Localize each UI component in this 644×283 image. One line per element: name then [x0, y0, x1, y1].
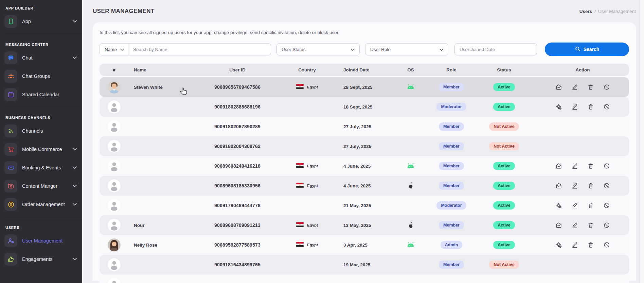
delete-icon[interactable]: [587, 242, 594, 248]
edit-icon[interactable]: [571, 103, 578, 110]
user-role: Moderator: [431, 103, 472, 111]
table-row[interactable]: Nelly Rose90089592877589573Egypt3 Apr, 2…: [100, 235, 629, 255]
user-id: 90091802067890289: [203, 124, 271, 129]
delete-icon[interactable]: [587, 163, 594, 169]
delete-icon[interactable]: [587, 222, 594, 229]
sidebar-item-label: Chat: [22, 55, 33, 61]
block-icon[interactable]: [603, 242, 610, 248]
status-badge: Active: [493, 162, 515, 170]
delete-icon[interactable]: [587, 84, 594, 90]
settings-icon[interactable]: [555, 242, 562, 248]
user-role: Member: [431, 142, 472, 150]
block-icon[interactable]: [603, 84, 610, 90]
mail-icon[interactable]: [555, 222, 562, 229]
row-actions: [536, 103, 629, 110]
chevron-down-icon: [73, 258, 77, 261]
status-badge: Not Active: [489, 122, 519, 131]
block-icon[interactable]: [603, 163, 610, 169]
role-badge: Member: [439, 83, 464, 91]
user-role: Member: [431, 162, 472, 170]
delete-icon[interactable]: [587, 103, 594, 110]
joined-date: 19 Mar, 2025: [343, 262, 390, 267]
user-status: Active: [472, 221, 536, 229]
user-country: Egypt: [271, 163, 343, 169]
sidebar-item-channels[interactable]: Channels: [0, 122, 82, 140]
user-status: Active: [472, 182, 536, 190]
block-icon[interactable]: [603, 222, 610, 229]
mail-icon[interactable]: [555, 163, 562, 169]
status-badge: Active: [493, 201, 515, 210]
sidebar-item-content-manger[interactable]: Content Manger: [0, 177, 82, 195]
status-badge: Not Active: [489, 261, 519, 269]
chat-groups-icon: [4, 70, 17, 83]
joined-date-input[interactable]: [454, 43, 537, 55]
table-row[interactable]: 90089608185330956Egypt4 June, 2025Member…: [100, 176, 629, 196]
table-row[interactable]: 9009180206789028927 July, 2025MemberNot …: [100, 117, 629, 136]
coin-icon: [4, 198, 17, 211]
main-content: USER MANAGEMENT Users/User Management In…: [82, 0, 644, 283]
user-role: Moderator: [431, 201, 472, 210]
sidebar-item-order-management[interactable]: Order Management: [0, 195, 82, 214]
joined-date: 4 June, 2025: [343, 164, 390, 169]
block-icon[interactable]: [603, 202, 610, 209]
status-badge: Active: [493, 182, 515, 190]
sidebar-item-user-management[interactable]: User Management: [0, 232, 82, 250]
search-field-select[interactable]: Name: [100, 44, 128, 55]
table-row[interactable]: 9009181643489976519 Mar, 2025MemberNot A…: [100, 255, 629, 274]
table-row[interactable]: Nour90089608709091213Egypt13 May, 2025Me…: [100, 215, 629, 235]
search-button-label: Search: [584, 47, 600, 52]
mail-icon[interactable]: [555, 84, 562, 90]
role-badge: Moderator: [436, 103, 466, 111]
sidebar-item-chat[interactable]: Chat: [0, 49, 82, 67]
block-icon[interactable]: [603, 182, 610, 189]
column-header-os: OS: [390, 67, 431, 72]
joined-date: 27 July, 2025: [343, 124, 390, 129]
edit-icon[interactable]: [571, 84, 578, 90]
delete-icon[interactable]: [587, 202, 594, 209]
topbar: USER MANAGEMENT Users/User Management: [93, 0, 636, 22]
edit-icon[interactable]: [571, 242, 578, 248]
edit-icon[interactable]: [571, 182, 578, 189]
table-row[interactable]: 9009180288568819618 Sept, 2025ModeratorA…: [100, 97, 629, 117]
sidebar-item-app[interactable]: App: [0, 12, 82, 31]
settings-icon[interactable]: [555, 103, 562, 110]
page-scrollbar[interactable]: [640, 0, 644, 283]
edit-icon[interactable]: [571, 163, 578, 169]
mail-icon[interactable]: [555, 182, 562, 189]
block-icon[interactable]: [603, 103, 610, 110]
sidebar-item-mobile-commerce[interactable]: Mobile Commerce: [0, 140, 82, 159]
android-icon: [407, 242, 415, 248]
country-label: Egypt: [307, 243, 318, 247]
sidebar-item-chat-groups[interactable]: Chat Groups: [0, 67, 82, 85]
table-row[interactable]: 9009179048944477821 May, 2025ModeratorAc…: [100, 196, 629, 215]
user-status: Active: [472, 241, 536, 249]
sidebar-item-shared-calendar[interactable]: Shared Calendar: [0, 85, 82, 104]
breadcrumb-parent[interactable]: Users: [579, 9, 592, 14]
table-row[interactable]: Steven White90089656709467586Egypt28 Sep…: [100, 77, 629, 97]
edit-icon[interactable]: [571, 202, 578, 209]
user-status-select[interactable]: User Status: [276, 43, 360, 55]
sidebar-item-booking-events[interactable]: Booking & Events: [0, 159, 82, 177]
user-os: [390, 84, 431, 90]
column-header-joined: Joined Date: [343, 67, 390, 72]
table-row[interactable]: 9009180200430876227 July, 2025MemberNot …: [100, 136, 629, 156]
egypt-flag-icon: [296, 222, 304, 228]
edit-icon[interactable]: [571, 222, 578, 229]
user-role: Member: [431, 221, 472, 229]
user-status: Not Active: [472, 261, 536, 269]
user-role-select[interactable]: User Role: [365, 43, 448, 55]
row-actions: [536, 163, 629, 169]
row-actions: [536, 222, 629, 229]
user-avatar: [100, 219, 129, 232]
user-id: 90091802885688196: [203, 104, 271, 110]
chevron-down-icon: [73, 185, 77, 187]
table-row[interactable]: [100, 274, 629, 283]
table-row[interactable]: 90089608240416218Egypt4 June, 2025Member…: [100, 156, 629, 176]
sidebar-item-engagements[interactable]: Engagements: [0, 250, 82, 268]
user-management-card: In this list, you can see all signed-up …: [93, 22, 636, 281]
delete-icon[interactable]: [587, 182, 594, 189]
settings-icon[interactable]: [555, 202, 562, 209]
role-badge: Admin: [441, 241, 463, 249]
search-button[interactable]: Search: [545, 43, 629, 56]
search-input[interactable]: [128, 44, 271, 55]
